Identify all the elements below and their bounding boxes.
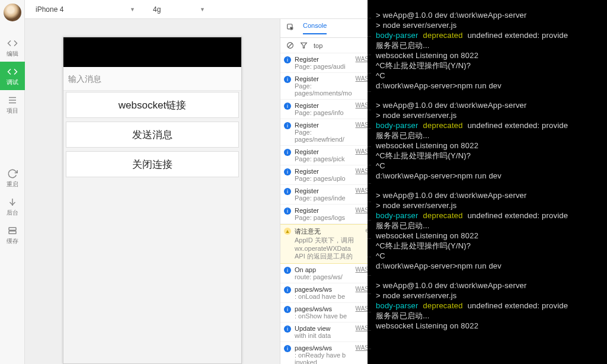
network-label: 4g	[153, 5, 161, 14]
log-message: RegisterPage: pages/pick	[295, 148, 352, 162]
svg-marker-9	[301, 43, 307, 48]
simulator-preview: 输入消息 websocket链接 发送消息 关闭连接	[25, 19, 280, 364]
sidebar-item-debug[interactable]: 调试	[0, 62, 25, 90]
devtools-console: Console top iRegisterPage: pages/audiWAS…	[280, 19, 372, 364]
phone-frame: 输入消息 websocket链接 发送消息 关闭连接	[63, 37, 242, 364]
console-row-info[interactable]: iRegisterPage: pages/moments/moWAS	[280, 73, 372, 100]
chevron-down-icon: ▼	[200, 7, 205, 12]
console-row-info[interactable]: iRegisterPage: pages/pickWAS	[280, 146, 372, 165]
send-message-button[interactable]: 发送消息	[66, 122, 239, 148]
sidebar-item-label: 项目	[7, 107, 18, 115]
info-icon: i	[284, 168, 291, 175]
cache-icon	[7, 225, 18, 236]
info-icon: i	[284, 306, 291, 313]
info-icon: i	[284, 149, 291, 156]
clear-icon[interactable]	[286, 41, 294, 49]
sidebar-item-edit[interactable]: 编辑	[0, 33, 25, 62]
sidebar-item-label: 缓存	[7, 237, 18, 245]
sidebar-item-back[interactable]: 后台	[0, 192, 25, 221]
sidebar-item-project[interactable]: 项目	[0, 90, 25, 119]
back-icon	[7, 197, 18, 207]
log-message: RegisterPage: pages/audi	[295, 56, 352, 70]
info-icon: i	[284, 207, 291, 215]
svg-line-8	[288, 43, 292, 47]
sidebar-item-label: 编辑	[7, 50, 18, 58]
log-message: RegisterPage: pages/info	[295, 102, 352, 116]
network-select[interactable]: 4g ▼	[149, 4, 209, 15]
phone-statusbar	[63, 37, 241, 67]
chevron-down-icon: ▼	[130, 7, 135, 12]
log-message: pages/ws/ws: onReady have b invoked	[295, 344, 352, 364]
log-message: 请注意无AppID 关联下，调用 wx.operateWXData API 的返…	[295, 227, 362, 261]
log-message: pages/ws/ws: onLoad have be	[295, 286, 352, 300]
panel-divider[interactable]	[368, 0, 376, 364]
log-message: RegisterPage: pages/uplo	[295, 168, 352, 182]
svg-rect-5	[9, 231, 16, 234]
message-input[interactable]: 输入消息	[63, 67, 241, 91]
log-message: Update viewwith init data	[295, 325, 352, 339]
inspect-icon[interactable]	[286, 23, 295, 33]
console-row-info[interactable]: ipages/ws/ws: onReady have b invokedWAS	[280, 342, 372, 364]
device-label: iPhone 4	[36, 5, 63, 14]
context-select[interactable]: top	[314, 42, 322, 49]
debug-icon	[7, 66, 18, 77]
info-icon: i	[284, 188, 291, 195]
info-icon: i	[284, 56, 291, 63]
sidebar: 编辑 调试 项目 重启 后台 缓存	[0, 0, 25, 364]
terminal[interactable]: > weApp@1.0.0 dev d:\work\weApp-server >…	[372, 0, 607, 364]
sidebar-item-restart[interactable]: 重启	[0, 164, 25, 192]
console-row-info[interactable]: iRegisterPage: pages/indeWAS	[280, 185, 372, 205]
console-row-warning[interactable]: ▲请注意无AppID 关联下，调用 wx.operateWXData API 的…	[280, 224, 372, 264]
code-icon	[7, 38, 18, 49]
info-icon: i	[284, 76, 291, 83]
topbar: iPhone 4 ▼ 4g ▼	[25, 0, 372, 19]
log-message: On approute: pages/ws/	[295, 266, 352, 280]
console-row-info[interactable]: iUpdate viewwith init dataWAS	[280, 323, 372, 342]
console-row-info[interactable]: ipages/ws/ws: onShow have beWAS	[280, 303, 372, 323]
console-row-info[interactable]: iOn approute: pages/ws/WAS	[280, 264, 372, 283]
warning-icon: ▲	[284, 228, 291, 235]
log-message: RegisterPage: pages/newfriend/	[295, 122, 352, 143]
info-icon: i	[284, 103, 291, 110]
device-select[interactable]: iPhone 4 ▼	[32, 4, 139, 15]
log-message: pages/ws/ws: onShow have be	[295, 305, 352, 320]
console-row-info[interactable]: iRegisterPage: pages/infoWAS	[280, 100, 372, 119]
log-message: RegisterPage: pages/moments/mo	[295, 75, 352, 97]
info-icon: i	[284, 345, 291, 352]
info-icon: i	[284, 267, 291, 274]
console-row-info[interactable]: ipages/ws/ws: onLoad have beWAS	[280, 283, 372, 303]
tab-console[interactable]: Console	[303, 22, 327, 34]
info-icon: i	[284, 286, 291, 293]
sidebar-item-label: 后台	[7, 209, 18, 217]
console-log-list[interactable]: iRegisterPage: pages/audiWASiRegisterPag…	[280, 53, 372, 364]
sidebar-item-label: 调试	[7, 78, 18, 87]
console-row-info[interactable]: iRegisterPage: pages/logsWAS	[280, 205, 372, 224]
info-icon: i	[284, 122, 291, 129]
sidebar-item-label: 重启	[7, 180, 18, 189]
websocket-connect-button[interactable]: websocket链接	[66, 92, 239, 118]
console-tabs: Console	[280, 19, 372, 38]
console-row-info[interactable]: iRegisterPage: pages/audiWAS	[280, 53, 372, 73]
log-message: RegisterPage: pages/logs	[295, 207, 352, 221]
info-icon: i	[284, 325, 291, 333]
project-icon	[7, 95, 18, 106]
log-message: RegisterPage: pages/inde	[295, 187, 352, 202]
svg-rect-4	[9, 228, 16, 231]
avatar[interactable]	[4, 4, 21, 21]
console-row-info[interactable]: iRegisterPage: pages/newfriend/WAS	[280, 119, 372, 146]
filter-icon[interactable]	[300, 41, 308, 49]
sidebar-item-cache[interactable]: 缓存	[0, 221, 25, 249]
console-filterbar: top	[280, 38, 372, 53]
console-row-info[interactable]: iRegisterPage: pages/uploWAS	[280, 165, 372, 185]
restart-icon	[7, 168, 18, 179]
main-panel: iPhone 4 ▼ 4g ▼ 输入消息 websocket链接 发送消息 关闭…	[25, 0, 372, 364]
close-connection-button[interactable]: 关闭连接	[66, 151, 239, 177]
